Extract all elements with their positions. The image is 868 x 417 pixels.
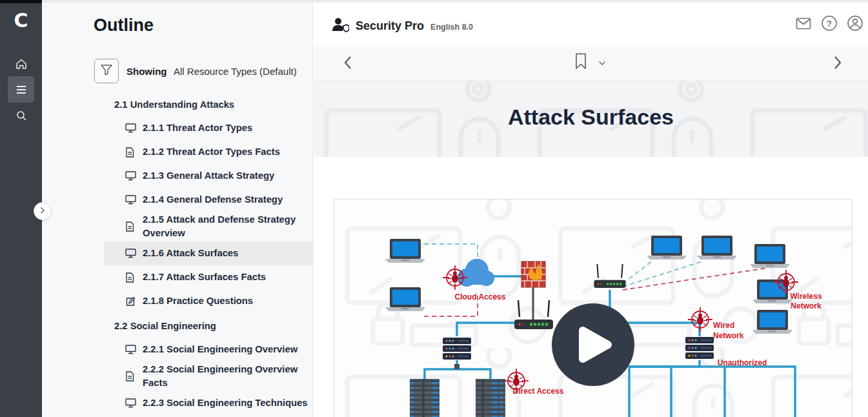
outline-list: 2.1 Understanding Attacks 2.1.1 Threat A…: [104, 92, 330, 415]
outline-item[interactable]: 2.2.2 Social Engineering Overview Facts: [104, 361, 330, 391]
app-window: C Outline ✕: [0, 0, 868, 417]
filter-value[interactable]: All Resource Types (Default): [174, 66, 297, 77]
outline-item[interactable]: 2.2.3 Social Engineering Techniques: [104, 391, 330, 415]
video-lesson-icon: [125, 398, 138, 408]
network-diagram: Cloud Access Wireless Network Wired Netw…: [334, 199, 852, 417]
help-button[interactable]: ?: [820, 15, 839, 34]
sidebar-top-strip: [0, 0, 42, 3]
top-strip: [42, 0, 868, 3]
video-lesson-icon: [125, 249, 138, 258]
outline-panel-title: Outline: [94, 15, 154, 36]
outline-section: 2.1 Understanding Attacks: [104, 92, 330, 116]
course-edition: English 8.0: [430, 23, 473, 32]
unauthorized-label: Unauthorized: [718, 358, 767, 367]
firewall-shape: [521, 261, 545, 287]
chevron-left-icon: [343, 61, 352, 72]
filter-showing-label: Showing: [126, 66, 167, 77]
outline-item-label: 2.1.6 Attack Surfaces: [143, 247, 238, 260]
course-header: Security Pro English 8.0 ?: [314, 0, 868, 45]
outline-item[interactable]: 2.1.4 General Defense Strategy: [104, 188, 330, 212]
app-logo: C: [0, 9, 42, 32]
filter-funnel-icon: [100, 64, 113, 78]
main-area: Security Pro English 8.0 ?: [314, 0, 868, 417]
outline-item-label: 2.2.3 Social Engineering Techniques: [143, 396, 307, 410]
practice-questions-icon: [125, 296, 138, 307]
course-person-shield-icon: [331, 17, 349, 35]
document-icon: [125, 221, 138, 232]
outline-item[interactable]: 2.1.2 Threat Actor Types Facts: [104, 140, 330, 164]
document-icon: [125, 272, 138, 283]
outline-item-label: 2.1.1 Threat Actor Types: [143, 121, 252, 135]
home-icon: [15, 57, 28, 70]
outline-item-label: 2.1.5 Attack and Defense Strategy Overvi…: [143, 213, 317, 240]
page-title: Attack Surfaces: [314, 105, 868, 130]
outline-item[interactable]: 2.2.1 Social Engineering Overview: [104, 338, 330, 361]
outline-item[interactable]: 2.1.8 Practice Questions: [104, 289, 330, 313]
lesson-nav-bar: [314, 45, 868, 81]
outline-section: 2.2 Social Engineering: [104, 313, 330, 338]
filter-button[interactable]: [94, 59, 119, 83]
outline-item-label: 2.1.2 Threat Actor Types Facts: [143, 145, 280, 159]
wired-network-label-1: Wired: [713, 321, 734, 330]
account-icon: [847, 15, 863, 34]
video-lesson-icon: [125, 195, 138, 205]
outline-panel: Outline ✕ Showing All Resource Types (De…: [42, 0, 313, 417]
outline-item[interactable]: 2.1.5 Attack and Defense Strategy Overvi…: [104, 212, 330, 241]
lesson-banner: Attack Surfaces: [314, 81, 868, 157]
chevron-right-icon: [833, 61, 842, 72]
search-icon: [15, 109, 28, 122]
account-button[interactable]: [845, 15, 865, 34]
outline-item-label: 2.1.4 General Defense Strategy: [143, 193, 283, 207]
cloud-access-label: Cloud Access: [455, 292, 506, 301]
outline-item[interactable]: 2.1.7 Attack Surfaces Facts: [104, 265, 330, 289]
video-lesson-icon: [125, 345, 138, 354]
sidebar-item-outline[interactable]: [8, 76, 34, 103]
panel-expand-button[interactable]: [34, 202, 52, 220]
next-lesson-button[interactable]: [833, 56, 849, 71]
mail-icon: [796, 17, 811, 32]
outline-item[interactable]: 2.1.1 Threat Actor Types: [104, 116, 330, 140]
outline-item[interactable]: 2.1.3 General Attack Strategy: [104, 164, 330, 188]
chevron-right-icon: [40, 205, 45, 217]
course-title: Security Pro: [356, 19, 424, 33]
document-icon: [125, 371, 138, 381]
outline-item-label: 2.2.1 Social Engineering Overview: [143, 343, 298, 356]
bookmark-icon: [575, 53, 587, 72]
bookmark-control[interactable]: [575, 53, 606, 72]
lesson-content: Cloud Access Wireless Network Wired Netw…: [314, 157, 868, 417]
sidebar-item-search[interactable]: [8, 102, 34, 128]
svg-text:?: ?: [827, 19, 832, 28]
outline-item-label: 2.1.8 Practice Questions: [143, 294, 253, 308]
direct-access-label: Direct Access: [513, 387, 564, 396]
video-player[interactable]: Cloud Access Wireless Network Wired Netw…: [334, 199, 853, 417]
list-menu-icon: [15, 85, 27, 94]
wireless-network-label-1: Wireless: [790, 292, 822, 301]
outline-item-label: 2.2.2 Social Engineering Overview Facts: [143, 363, 317, 390]
outline-item-label: 2.1.7 Attack Surfaces Facts: [143, 270, 266, 284]
sidebar-item-home[interactable]: [8, 50, 34, 77]
document-icon: [125, 147, 138, 158]
previous-lesson-button[interactable]: [343, 56, 359, 71]
course-identity: Security Pro English 8.0: [331, 14, 473, 33]
help-icon: ?: [821, 15, 838, 34]
wireless-network-label-2: Network: [791, 301, 822, 310]
messages-button[interactable]: [794, 15, 813, 34]
play-button[interactable]: [552, 303, 634, 386]
wired-network-label-2: Network: [713, 331, 744, 340]
chevron-down-icon: [598, 57, 606, 68]
video-lesson-icon: [125, 171, 138, 181]
outline-item-label: 2.1.3 General Attack Strategy: [143, 169, 274, 183]
outline-item-selected[interactable]: 2.1.6 Attack Surfaces: [104, 241, 330, 265]
video-lesson-icon: [125, 123, 138, 133]
